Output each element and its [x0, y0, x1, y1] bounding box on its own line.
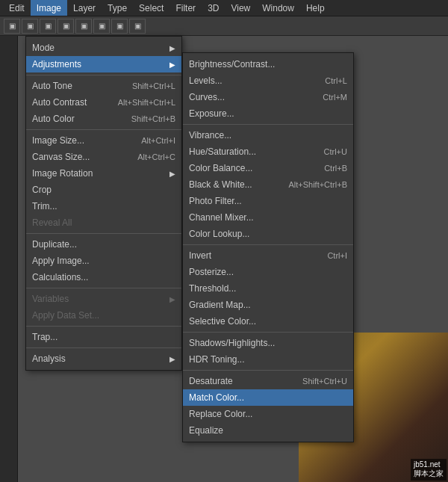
menu-item-photo-filter[interactable]: Photo Filter... — [183, 193, 353, 209]
toolbar-icon-3[interactable]: ▣ — [40, 19, 56, 34]
menu-edit[interactable]: Edit — [3, 0, 31, 16]
menu-item-replace-color[interactable]: Replace Color... — [183, 406, 353, 422]
separator-6 — [26, 347, 181, 348]
menu-3d[interactable]: 3D — [202, 0, 225, 16]
adj-separator-4 — [183, 370, 353, 371]
menu-filter[interactable]: Filter — [169, 0, 202, 16]
menu-item-exposure[interactable]: Exposure... — [183, 105, 353, 122]
menu-item-desaturate[interactable]: Desaturate Shift+Ctrl+U — [183, 373, 353, 389]
menu-item-canvas-size[interactable]: Canvas Size... Alt+Ctrl+C — [26, 149, 181, 165]
toolbar-icon-5[interactable]: ▣ — [75, 19, 92, 34]
toolbar-icon-6[interactable]: ▣ — [93, 19, 110, 34]
toolbar: ▣ ▣ ▣ ▣ ▣ ▣ ▣ ▣ — [0, 16, 448, 36]
separator-4 — [26, 288, 181, 288]
toolbar-icon-8[interactable]: ▣ — [129, 19, 146, 34]
menu-item-brightness-contrast[interactable]: Brightness/Contrast... — [183, 56, 353, 72]
menu-item-invert[interactable]: Invert Ctrl+I — [183, 247, 353, 264]
watermark-label: 脚本之家 — [414, 469, 444, 478]
menu-select[interactable]: Select — [133, 0, 169, 16]
menu-item-hue-saturation[interactable]: Hue/Saturation... Ctrl+U — [183, 143, 353, 160]
menu-window[interactable]: Window — [256, 0, 300, 16]
adj-separator-2 — [183, 244, 353, 245]
adjustments-submenu: Brightness/Contrast... Levels... Ctrl+L … — [182, 52, 354, 442]
menu-item-match-color[interactable]: Match Color... — [183, 389, 353, 406]
separator-1 — [26, 75, 181, 75]
menu-item-vibrance[interactable]: Vibrance... — [183, 127, 353, 143]
image-menu: Mode ▶ Adjustments ▶ Auto Tone Shift+Ctr… — [25, 36, 182, 371]
arrow-icon-adjustments: ▶ — [169, 61, 175, 69]
menu-item-apply-image[interactable]: Apply Image... — [26, 253, 181, 269]
menu-item-mode[interactable]: Mode ▶ — [26, 40, 181, 56]
menu-item-threshold[interactable]: Threshold... — [183, 280, 353, 297]
toolbar-icon-7[interactable]: ▣ — [111, 19, 128, 34]
menu-item-auto-tone[interactable]: Auto Tone Shift+Ctrl+L — [26, 78, 181, 94]
canvas-area: Mode ▶ Adjustments ▶ Auto Tone Shift+Ctr… — [18, 36, 448, 482]
menu-item-duplicate[interactable]: Duplicate... — [26, 236, 181, 253]
menu-item-adjustments[interactable]: Adjustments ▶ — [26, 56, 181, 72]
menu-item-auto-color[interactable]: Auto Color Shift+Ctrl+B — [26, 111, 181, 127]
menu-item-posterize[interactable]: Posterize... — [183, 264, 353, 280]
menu-item-color-lookup[interactable]: Color Lookup... — [183, 226, 353, 242]
menu-item-curves[interactable]: Curves... Ctrl+M — [183, 89, 353, 105]
adj-separator-3 — [183, 332, 353, 333]
menu-item-selective-color[interactable]: Selective Color... — [183, 313, 353, 330]
menu-item-shadows-highlights[interactable]: Shadows/Highlights... — [183, 335, 353, 351]
separator-2 — [26, 129, 181, 130]
arrow-icon-analysis: ▶ — [169, 355, 175, 363]
arrow-icon-variables: ▶ — [169, 295, 175, 303]
menu-layer[interactable]: Layer — [67, 0, 102, 16]
menu-image[interactable]: Image — [31, 0, 67, 16]
menu-item-color-balance[interactable]: Color Balance... Ctrl+B — [183, 160, 353, 176]
menu-item-apply-data-set: Apply Data Set... — [26, 307, 181, 324]
menu-item-channel-mixer[interactable]: Channel Mixer... — [183, 209, 353, 226]
menu-item-variables: Variables ▶ — [26, 291, 181, 307]
menu-item-levels[interactable]: Levels... Ctrl+L — [183, 72, 353, 89]
watermark-site: jb51.net — [414, 460, 441, 469]
main-area: Mode ▶ Adjustments ▶ Auto Tone Shift+Ctr… — [0, 36, 448, 482]
menu-item-auto-contrast[interactable]: Auto Contrast Alt+Shift+Ctrl+L — [26, 94, 181, 111]
adj-separator-1 — [183, 124, 353, 125]
menu-item-trap[interactable]: Trap... — [26, 329, 181, 345]
toolbar-icon-4[interactable]: ▣ — [57, 19, 74, 34]
menu-item-trim[interactable]: Trim... — [26, 198, 181, 214]
watermark: jb51.net 脚本之家 — [411, 459, 447, 481]
menu-item-black-white[interactable]: Black & White... Alt+Shift+Ctrl+B — [183, 176, 353, 193]
menu-help[interactable]: Help — [300, 0, 331, 16]
menu-view[interactable]: View — [225, 0, 256, 16]
left-sidebar — [0, 36, 18, 482]
menu-item-equalize[interactable]: Equalize — [183, 422, 353, 439]
menu-item-analysis[interactable]: Analysis ▶ — [26, 350, 181, 367]
menu-item-image-size[interactable]: Image Size... Alt+Ctrl+I — [26, 132, 181, 149]
menu-type[interactable]: Type — [102, 0, 133, 16]
arrow-icon-rotation: ▶ — [169, 170, 175, 178]
menu-item-image-rotation[interactable]: Image Rotation ▶ — [26, 165, 181, 182]
toolbar-icon-2[interactable]: ▣ — [22, 19, 38, 34]
menu-item-crop[interactable]: Crop — [26, 182, 181, 198]
menu-item-calculations[interactable]: Calculations... — [26, 269, 181, 285]
menu-item-gradient-map[interactable]: Gradient Map... — [183, 297, 353, 313]
arrow-icon-mode: ▶ — [169, 44, 175, 52]
separator-5 — [26, 326, 181, 327]
menu-bar: Edit Image Layer Type Select Filter 3D V… — [0, 0, 448, 16]
menu-item-reveal-all: Reveal All — [26, 214, 181, 231]
menu-item-hdr-toning[interactable]: HDR Toning... — [183, 351, 353, 368]
toolbar-icon-1[interactable]: ▣ — [4, 19, 20, 34]
separator-3 — [26, 233, 181, 234]
